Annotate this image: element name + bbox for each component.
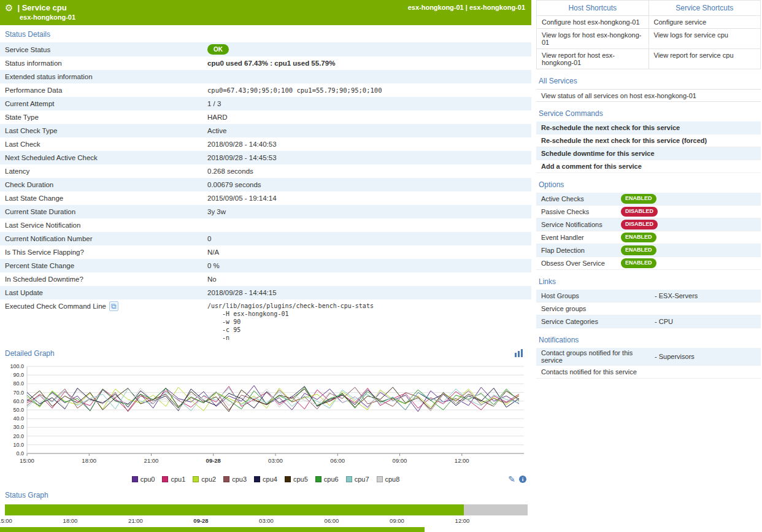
option-label: Active Checks <box>541 195 621 202</box>
option-label: Service Notifications <box>541 221 621 228</box>
legend-swatch <box>223 476 229 482</box>
status-row-label: Extended status information <box>0 71 204 82</box>
status-row: Status informationcpu0 used 67.43% : cpu… <box>0 56 531 70</box>
service-commands-title: Service Commands <box>536 102 761 121</box>
svg-text:09:00: 09:00 <box>393 457 407 464</box>
option-state-badge[interactable]: ENABLED <box>621 258 656 268</box>
status-graph-x-labels: 15:0018:0021:0009-2803:0006:0009:0012:00 <box>5 517 528 526</box>
status-row: Last State Change2015/09/05 - 19:14:14 <box>0 191 531 205</box>
status-row-value: No <box>204 274 531 285</box>
legend-swatch <box>193 476 199 482</box>
status-row: Current Notification Number0 <box>0 232 531 245</box>
service-command-link[interactable]: Re-schedule the next check for this serv… <box>536 134 761 147</box>
status-graph-title: Status Graph <box>0 486 53 503</box>
status-row: Current State Duration3y 3w <box>0 205 531 218</box>
status-row-value: Active <box>204 125 531 136</box>
service-shortcut-link[interactable]: View report for service cpu <box>649 49 761 69</box>
option-state-badge[interactable]: DISABLED <box>621 220 658 229</box>
status-row: Percent State Change0 % <box>0 259 531 272</box>
status-row: Service StatusOK <box>0 42 531 56</box>
command-row-label-text: Executed Check Command Line <box>5 303 106 310</box>
option-state-badge[interactable]: ENABLED <box>621 245 656 255</box>
service-status-badge: OK <box>207 44 229 55</box>
service-shortcut-link[interactable]: View logs for service cpu <box>649 29 761 49</box>
svg-text:06:00: 06:00 <box>330 457 345 464</box>
detailed-graph-chart[interactable]: 0.010.020.030.040.050.060.070.080.090.01… <box>4 361 531 472</box>
service-command-link[interactable]: Add a comment for this service <box>536 160 761 173</box>
status-row: Next Scheduled Active Check2018/09/28 - … <box>0 151 531 164</box>
status-row-label: Status information <box>0 58 204 69</box>
svg-text:70.0: 70.0 <box>13 390 24 396</box>
legend-swatch <box>162 476 168 482</box>
info-icon[interactable]: i <box>519 476 526 483</box>
legend-swatch <box>315 476 321 482</box>
status-row: State TypeHARD <box>0 110 531 124</box>
status-row-label: Last Check <box>0 139 204 150</box>
legend-items: cpu0cpu1cpu2cpu3cpu4cpu5cpu6cpu7cpu8 <box>132 476 400 483</box>
notification-row: Contacts notified for this service <box>536 366 761 379</box>
legend-item: cpu4 <box>254 476 277 483</box>
status-row-value: 3y 3w <box>204 206 531 217</box>
svg-text:90.0: 90.0 <box>13 372 24 378</box>
chart-legend: cpu0cpu1cpu2cpu3cpu4cpu5cpu6cpu7cpu8 ✎ i <box>0 472 531 486</box>
header-host-service: esx-hongkong-01 | esx-hongkong-01 <box>408 4 525 11</box>
status-details-title: Status Details <box>0 25 55 42</box>
link-label: Host Groups <box>541 292 655 299</box>
host-shortcut-link[interactable]: View report for host esx-hongkong-01 <box>537 49 649 69</box>
status-row: Current Attempt1 / 3 <box>0 97 531 110</box>
links-list: Host Groups- ESX-ServersService groupsSe… <box>536 290 761 328</box>
link-value[interactable]: - ESX-Servers <box>655 292 698 299</box>
settings-gear-icon[interactable]: ⚙ <box>5 3 13 12</box>
status-x-label: 15:00 <box>0 517 12 524</box>
link-row: Service Categories- CPU <box>536 315 761 328</box>
service-command-link[interactable]: Schedule downtime for this service <box>536 147 761 160</box>
edit-pencil-icon[interactable]: ✎ <box>508 474 515 484</box>
option-row: Obsess Over ServiceENABLED <box>536 257 761 270</box>
legend-swatch <box>285 476 291 482</box>
status-row-value: 0.268 seconds <box>204 166 531 177</box>
all-services-link[interactable]: View status of all services on host esx-… <box>536 89 761 102</box>
legend-swatch <box>254 476 260 482</box>
legend-label: cpu2 <box>201 476 216 483</box>
legend-swatch <box>377 476 383 482</box>
command-row: Executed Check Command Line ⧉ /usr/lib/n… <box>0 299 531 344</box>
link-value[interactable]: - CPU <box>655 318 673 325</box>
status-row: Last Service Notification <box>0 218 531 232</box>
chart-icon[interactable] <box>515 349 524 357</box>
status-row-label: Performance Data <box>0 85 204 96</box>
status-row-value: OK <box>204 42 531 56</box>
page-subtitle: esx-hongkong-01 <box>20 13 526 21</box>
service-shortcuts-header: Service Shortcuts <box>649 1 761 16</box>
status-row-label: Last State Change <box>0 193 204 204</box>
links-title: Links <box>536 270 761 290</box>
status-row-value: cpu0=67.43;90;95;0;100 cpu1=55.79;90;95;… <box>204 85 531 96</box>
status-row-label: Current State Duration <box>0 206 204 217</box>
legend-label: cpu4 <box>263 476 277 483</box>
svg-text:10.0: 10.0 <box>13 442 24 448</box>
svg-text:0.0: 0.0 <box>16 450 24 457</box>
status-row-label: State Type <box>0 112 204 123</box>
host-shortcut-link[interactable]: Configure host esx-hongkong-01 <box>537 16 649 29</box>
status-row: Is This Service Flapping?N/A <box>0 245 531 259</box>
host-shortcut-link[interactable]: View logs for host esx-hongkong-01 <box>537 29 649 49</box>
service-commands-list: Re-schedule the next check for this serv… <box>536 121 761 173</box>
status-row-label: Next Scheduled Active Check <box>0 152 204 163</box>
option-state-badge[interactable]: DISABLED <box>621 207 658 217</box>
legend-item: cpu3 <box>223 476 247 483</box>
svg-text:50.0: 50.0 <box>13 407 24 413</box>
all-services-list: View status of all services on host esx-… <box>536 89 761 102</box>
legend-label: cpu7 <box>355 476 369 483</box>
legend-item: cpu2 <box>193 476 216 483</box>
option-row: Active ChecksENABLED <box>536 193 761 206</box>
option-state-badge[interactable]: ENABLED <box>621 233 656 242</box>
legend-label: cpu3 <box>232 476 247 483</box>
notification-value[interactable]: - Supervisors <box>655 353 695 360</box>
option-state-badge[interactable]: ENABLED <box>621 194 656 204</box>
notifications-title: Notifications <box>536 328 761 348</box>
service-shortcut-link[interactable]: Configure service <box>649 16 761 29</box>
option-label: Event Handler <box>541 234 621 241</box>
service-command-link[interactable]: Re-schedule the next check for this serv… <box>536 121 761 134</box>
option-row: Service NotificationsDISABLED <box>536 218 761 231</box>
copy-command-icon[interactable]: ⧉ <box>109 301 118 311</box>
status-row-value: cpu0 used 67.43% : cpu1 used 55.79% <box>204 58 531 69</box>
